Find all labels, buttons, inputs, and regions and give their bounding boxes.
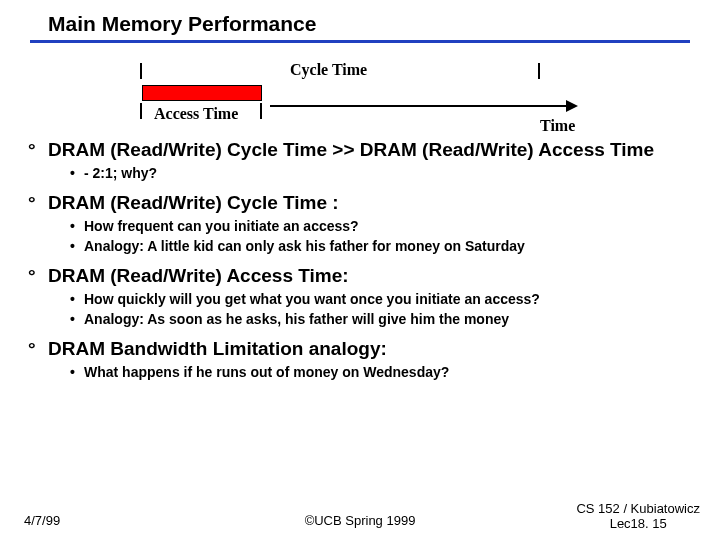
sub-bullet-icon: • bbox=[70, 364, 75, 382]
time-axis-arrow-icon bbox=[566, 100, 578, 112]
sub-text: Analogy: A little kid can only ask his f… bbox=[84, 238, 525, 254]
list-item: • How frequent can you initiate an acces… bbox=[70, 218, 692, 236]
bullet-marker-icon: ° bbox=[28, 265, 36, 287]
sub-bullet-icon: • bbox=[70, 291, 75, 309]
access-right-tick bbox=[260, 103, 262, 119]
bullet-marker-icon: ° bbox=[28, 139, 36, 161]
time-axis-line bbox=[270, 105, 570, 107]
bullet-4-text: DRAM Bandwidth Limitation analogy: bbox=[48, 338, 387, 359]
bullet-2-text: DRAM (Read/Write) Cycle Time : bbox=[48, 192, 339, 213]
bullet-1-text: DRAM (Read/Write) Cycle Time >> DRAM (Re… bbox=[48, 139, 654, 160]
slide-title: Main Memory Performance bbox=[0, 0, 720, 40]
sub-text: How quickly will you get what you want o… bbox=[84, 291, 540, 307]
sub-bullet-icon: • bbox=[70, 165, 75, 183]
bullet-marker-icon: ° bbox=[28, 338, 36, 360]
footer-course: CS 152 / Kubiatowicz bbox=[576, 501, 700, 516]
sub-text: Analogy: As soon as he asks, his father … bbox=[84, 311, 509, 327]
bullet-marker-icon: ° bbox=[28, 192, 36, 214]
cycle-right-tick bbox=[538, 63, 540, 79]
sub-text: What happens if he runs out of money on … bbox=[84, 364, 449, 380]
bullet-2-subs: • How frequent can you initiate an acces… bbox=[70, 218, 692, 255]
footer-course-info: CS 152 / Kubiatowicz Lec18. 15 bbox=[576, 501, 700, 532]
bullet-2: ° DRAM (Read/Write) Cycle Time : bbox=[28, 192, 692, 214]
list-item: • - 2:1; why? bbox=[70, 165, 692, 183]
sub-text: - 2:1; why? bbox=[84, 165, 157, 181]
access-time-bar bbox=[142, 85, 262, 101]
bullet-4-subs: • What happens if he runs out of money o… bbox=[70, 364, 692, 382]
list-item: • Analogy: A little kid can only ask his… bbox=[70, 238, 692, 256]
bullet-3-subs: • How quickly will you get what you want… bbox=[70, 291, 692, 328]
bullet-3: ° DRAM (Read/Write) Access Time: bbox=[28, 265, 692, 287]
sub-bullet-icon: • bbox=[70, 238, 75, 256]
timing-diagram: Cycle Time Access Time Time bbox=[140, 61, 560, 131]
bullet-1: ° DRAM (Read/Write) Cycle Time >> DRAM (… bbox=[28, 139, 692, 161]
sub-bullet-icon: • bbox=[70, 311, 75, 329]
time-axis-label: Time bbox=[540, 117, 575, 135]
title-underline bbox=[30, 40, 690, 43]
list-item: • Analogy: As soon as he asks, his fathe… bbox=[70, 311, 692, 329]
bullet-4: ° DRAM Bandwidth Limitation analogy: bbox=[28, 338, 692, 360]
list-item: • What happens if he runs out of money o… bbox=[70, 364, 692, 382]
slide-content: ° DRAM (Read/Write) Cycle Time >> DRAM (… bbox=[0, 139, 720, 381]
cycle-time-label: Cycle Time bbox=[290, 61, 367, 79]
access-time-label: Access Time bbox=[154, 105, 238, 123]
cycle-left-tick bbox=[140, 63, 142, 79]
bullet-1-subs: • - 2:1; why? bbox=[70, 165, 692, 183]
list-item: • How quickly will you get what you want… bbox=[70, 291, 692, 309]
footer-lecture: Lec18. 15 bbox=[610, 516, 667, 531]
sub-text: How frequent can you initiate an access? bbox=[84, 218, 359, 234]
bullet-3-text: DRAM (Read/Write) Access Time: bbox=[48, 265, 349, 286]
access-left-tick bbox=[140, 103, 142, 119]
sub-bullet-icon: • bbox=[70, 218, 75, 236]
